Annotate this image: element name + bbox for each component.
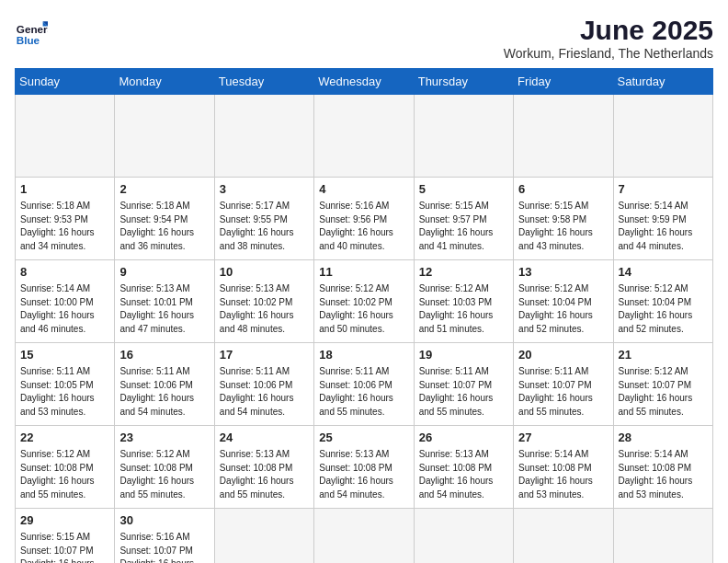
day-info: Sunrise: 5:15 AMSunset: 9:58 PMDaylight:… xyxy=(518,200,608,253)
calendar: SundayMondayTuesdayWednesdayThursdayFrid… xyxy=(15,68,713,563)
day-info: Sunrise: 5:11 AMSunset: 10:07 PMDaylight… xyxy=(419,365,508,419)
day-cell xyxy=(613,509,712,564)
day-number: 14 xyxy=(619,264,708,281)
day-cell xyxy=(514,509,613,564)
day-number: 12 xyxy=(419,264,508,281)
day-cell: 14Sunrise: 5:12 AMSunset: 10:04 PMDaylig… xyxy=(613,260,712,343)
day-cell: 20Sunrise: 5:11 AMSunset: 10:07 PMDaylig… xyxy=(514,343,613,426)
day-cell: 29Sunrise: 5:15 AMSunset: 10:07 PMDaylig… xyxy=(16,509,115,564)
day-number: 7 xyxy=(619,181,708,198)
day-number: 18 xyxy=(319,347,408,363)
day-number: 25 xyxy=(319,430,408,446)
day-cell: 28Sunrise: 5:14 AMSunset: 10:08 PMDaylig… xyxy=(613,426,712,509)
logo-icon: General Blue xyxy=(15,15,48,48)
day-cell xyxy=(414,509,513,564)
day-info: Sunrise: 5:13 AMSunset: 10:02 PMDaylight… xyxy=(220,282,309,336)
day-cell: 26Sunrise: 5:13 AMSunset: 10:08 PMDaylig… xyxy=(414,426,513,509)
weekday-header-row: SundayMondayTuesdayWednesdayThursdayFrid… xyxy=(16,69,713,95)
day-cell: 25Sunrise: 5:13 AMSunset: 10:08 PMDaylig… xyxy=(314,426,414,509)
location: Workum, Friesland, The Netherlands xyxy=(504,46,713,61)
day-number: 29 xyxy=(20,512,109,529)
day-cell: 5Sunrise: 5:15 AMSunset: 9:57 PMDaylight… xyxy=(414,178,513,260)
day-info: Sunrise: 5:14 AMSunset: 10:08 PMDaylight… xyxy=(619,448,708,501)
day-cell xyxy=(314,95,414,178)
day-info: Sunrise: 5:13 AMSunset: 10:08 PMDaylight… xyxy=(319,448,408,501)
day-cell: 10Sunrise: 5:13 AMSunset: 10:02 PMDaylig… xyxy=(214,260,313,343)
day-info: Sunrise: 5:11 AMSunset: 10:06 PMDaylight… xyxy=(319,365,408,419)
day-cell: 3Sunrise: 5:17 AMSunset: 9:55 PMDaylight… xyxy=(214,178,313,260)
day-cell: 16Sunrise: 5:11 AMSunset: 10:06 PMDaylig… xyxy=(115,343,214,426)
day-info: Sunrise: 5:18 AMSunset: 9:53 PMDaylight:… xyxy=(20,200,109,253)
day-number: 23 xyxy=(119,430,209,446)
day-info: Sunrise: 5:17 AMSunset: 9:55 PMDaylight:… xyxy=(220,200,309,253)
weekday-header-wednesday: Wednesday xyxy=(314,69,414,95)
day-cell: 6Sunrise: 5:15 AMSunset: 9:58 PMDaylight… xyxy=(514,178,613,260)
day-cell: 22Sunrise: 5:12 AMSunset: 10:08 PMDaylig… xyxy=(16,426,115,509)
day-info: Sunrise: 5:13 AMSunset: 10:01 PMDaylight… xyxy=(119,282,209,336)
day-info: Sunrise: 5:15 AMSunset: 9:57 PMDaylight:… xyxy=(419,200,508,253)
weekday-header-tuesday: Tuesday xyxy=(214,69,313,95)
weekday-header-sunday: Sunday xyxy=(16,69,115,95)
day-info: Sunrise: 5:13 AMSunset: 10:08 PMDaylight… xyxy=(419,448,508,501)
day-number: 4 xyxy=(319,181,408,198)
day-cell: 9Sunrise: 5:13 AMSunset: 10:01 PMDayligh… xyxy=(115,260,214,343)
day-number: 17 xyxy=(220,347,309,363)
day-info: Sunrise: 5:12 AMSunset: 10:07 PMDaylight… xyxy=(619,365,708,419)
day-cell xyxy=(214,95,313,178)
day-info: Sunrise: 5:16 AMSunset: 9:56 PMDaylight:… xyxy=(319,200,408,253)
day-number: 15 xyxy=(20,347,109,363)
week-row-3: 8Sunrise: 5:14 AMSunset: 10:00 PMDayligh… xyxy=(16,260,713,343)
day-cell: 24Sunrise: 5:13 AMSunset: 10:08 PMDaylig… xyxy=(214,426,313,509)
day-number: 10 xyxy=(220,264,309,281)
month-year: June 2025 xyxy=(504,15,713,46)
day-cell xyxy=(214,509,313,564)
day-number: 24 xyxy=(220,430,309,446)
svg-text:Blue: Blue xyxy=(17,34,40,46)
day-info: Sunrise: 5:12 AMSunset: 10:03 PMDaylight… xyxy=(419,282,508,336)
day-number: 30 xyxy=(119,512,209,529)
day-cell xyxy=(613,95,712,178)
day-info: Sunrise: 5:13 AMSunset: 10:08 PMDaylight… xyxy=(220,448,309,501)
day-number: 2 xyxy=(119,181,209,198)
day-number: 6 xyxy=(518,181,608,198)
day-info: Sunrise: 5:12 AMSunset: 10:08 PMDaylight… xyxy=(20,448,109,501)
weekday-header-friday: Friday xyxy=(514,69,613,95)
day-cell xyxy=(314,509,414,564)
day-cell: 19Sunrise: 5:11 AMSunset: 10:07 PMDaylig… xyxy=(414,343,513,426)
day-info: Sunrise: 5:15 AMSunset: 10:07 PMDaylight… xyxy=(20,531,109,563)
day-info: Sunrise: 5:12 AMSunset: 10:04 PMDaylight… xyxy=(518,282,608,336)
day-info: Sunrise: 5:14 AMSunset: 9:59 PMDaylight:… xyxy=(619,200,708,253)
day-cell: 15Sunrise: 5:11 AMSunset: 10:05 PMDaylig… xyxy=(16,343,115,426)
day-info: Sunrise: 5:14 AMSunset: 10:00 PMDaylight… xyxy=(20,282,109,336)
weekday-header-monday: Monday xyxy=(115,69,214,95)
weekday-header-thursday: Thursday xyxy=(414,69,513,95)
day-number: 11 xyxy=(319,264,408,281)
day-number: 8 xyxy=(20,264,109,281)
day-number: 26 xyxy=(419,430,508,446)
day-info: Sunrise: 5:12 AMSunset: 10:04 PMDaylight… xyxy=(619,282,708,336)
day-cell xyxy=(414,95,513,178)
day-info: Sunrise: 5:12 AMSunset: 10:08 PMDaylight… xyxy=(119,448,209,501)
day-cell: 21Sunrise: 5:12 AMSunset: 10:07 PMDaylig… xyxy=(613,343,712,426)
day-info: Sunrise: 5:12 AMSunset: 10:02 PMDaylight… xyxy=(319,282,408,336)
day-cell: 12Sunrise: 5:12 AMSunset: 10:03 PMDaylig… xyxy=(414,260,513,343)
day-number: 19 xyxy=(419,347,508,363)
day-number: 13 xyxy=(518,264,608,281)
day-info: Sunrise: 5:11 AMSunset: 10:05 PMDaylight… xyxy=(20,365,109,419)
day-cell xyxy=(115,95,214,178)
day-number: 28 xyxy=(619,430,708,446)
day-number: 20 xyxy=(518,347,608,363)
day-cell: 13Sunrise: 5:12 AMSunset: 10:04 PMDaylig… xyxy=(514,260,613,343)
day-number: 16 xyxy=(119,347,209,363)
weekday-header-saturday: Saturday xyxy=(613,69,712,95)
day-cell: 7Sunrise: 5:14 AMSunset: 9:59 PMDaylight… xyxy=(613,178,712,260)
week-row-5: 22Sunrise: 5:12 AMSunset: 10:08 PMDaylig… xyxy=(16,426,713,509)
day-cell: 11Sunrise: 5:12 AMSunset: 10:02 PMDaylig… xyxy=(314,260,414,343)
week-row-2: 1Sunrise: 5:18 AMSunset: 9:53 PMDaylight… xyxy=(16,178,713,260)
day-info: Sunrise: 5:11 AMSunset: 10:06 PMDaylight… xyxy=(119,365,209,419)
day-cell: 17Sunrise: 5:11 AMSunset: 10:06 PMDaylig… xyxy=(214,343,313,426)
day-number: 9 xyxy=(119,264,209,281)
day-cell: 1Sunrise: 5:18 AMSunset: 9:53 PMDaylight… xyxy=(16,178,115,260)
day-info: Sunrise: 5:16 AMSunset: 10:07 PMDaylight… xyxy=(119,531,209,563)
day-number: 5 xyxy=(419,181,508,198)
